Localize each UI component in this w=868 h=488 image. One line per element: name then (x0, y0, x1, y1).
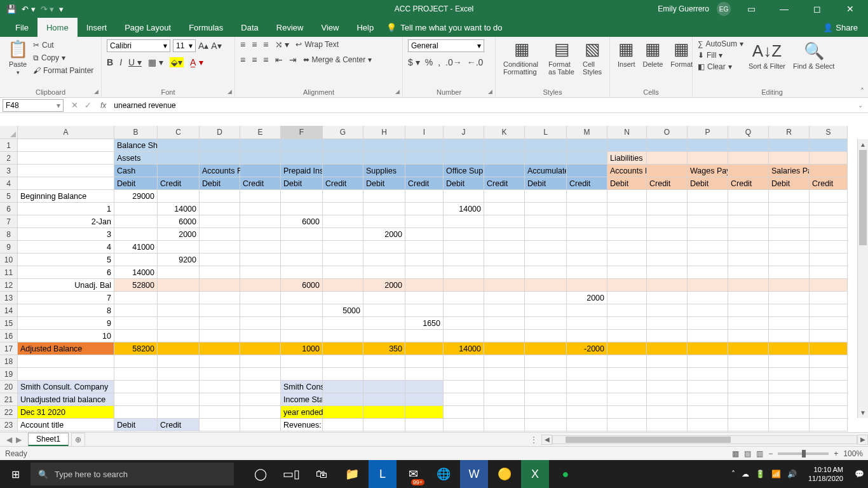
cell-B23[interactable]: Debit (114, 419, 158, 431)
rowhead-22[interactable]: 22 (0, 406, 18, 419)
cell-K1[interactable] (484, 139, 525, 152)
rowhead-15[interactable]: 15 (0, 317, 18, 330)
cell-A15[interactable]: 9 (18, 317, 114, 330)
cell-G18[interactable] (323, 355, 363, 368)
cell-L17[interactable] (525, 342, 567, 355)
tell-me[interactable]: 💡 Tell me what you want to do (386, 23, 502, 32)
cell-O19[interactable] (647, 368, 688, 381)
cell-C21[interactable] (158, 393, 200, 406)
cell-G6[interactable] (323, 203, 363, 215)
cell-F17[interactable]: 1000 (281, 342, 323, 355)
cell-M9[interactable] (567, 241, 607, 254)
sheet-prev-icon[interactable]: ◀ (6, 435, 12, 444)
cell-I22[interactable] (405, 406, 444, 419)
cell-D19[interactable] (200, 368, 240, 381)
decrease-indent-icon[interactable]: ⇤ (275, 55, 283, 65)
cell-E18[interactable] (240, 355, 281, 368)
cell-K11[interactable] (484, 266, 525, 279)
cell-M2[interactable] (567, 152, 607, 165)
cell-F19[interactable] (281, 368, 323, 381)
cell-O16[interactable] (647, 330, 688, 342)
cell-N20[interactable] (607, 381, 647, 393)
cell-M1[interactable] (567, 139, 607, 152)
cell-Q9[interactable] (728, 241, 769, 254)
cell-O18[interactable] (647, 355, 688, 368)
cell-Q1[interactable] (728, 139, 769, 152)
cell-J22[interactable] (444, 406, 484, 419)
cell-E12[interactable] (240, 279, 281, 292)
italic-button[interactable]: I (119, 57, 122, 67)
battery-icon[interactable]: 🔋 (756, 470, 765, 478)
mail-icon[interactable]: ✉99+ (399, 460, 427, 488)
cell-Q19[interactable] (728, 368, 769, 381)
cell-O5[interactable] (647, 190, 688, 203)
cell-Q11[interactable] (728, 266, 769, 279)
rowhead-23[interactable]: 23 (0, 419, 18, 431)
cell-L12[interactable] (525, 279, 567, 292)
cell-D11[interactable] (200, 266, 240, 279)
cell-O22[interactable] (647, 406, 688, 419)
cell-E4[interactable]: Credit (240, 177, 281, 190)
cell-B15[interactable] (114, 317, 158, 330)
cell-styles-button[interactable]: ▧Cell Styles (580, 39, 604, 76)
cell-J1[interactable] (444, 139, 484, 152)
cell-I14[interactable] (405, 304, 444, 317)
cell-I8[interactable] (405, 228, 444, 241)
number-launcher-icon[interactable]: ◢ (488, 88, 492, 95)
cell-E2[interactable] (240, 152, 281, 165)
colhead-D[interactable]: D (200, 126, 240, 139)
cell-O4[interactable]: Credit (647, 177, 688, 190)
volume-icon[interactable]: 🔊 (787, 470, 797, 478)
cell-J13[interactable] (444, 292, 484, 304)
cell-E5[interactable] (240, 190, 281, 203)
cell-H18[interactable] (363, 355, 405, 368)
cell-A20[interactable]: Smith Consult. Company (18, 381, 114, 393)
cell-C2[interactable] (158, 152, 200, 165)
cell-P9[interactable] (688, 241, 728, 254)
cell-B18[interactable] (114, 355, 158, 368)
colhead-K[interactable]: K (484, 126, 525, 139)
cell-N5[interactable] (607, 190, 647, 203)
avatar[interactable]: EG (717, 2, 731, 16)
scroll-down-icon[interactable]: ▼ (858, 407, 868, 418)
cell-N7[interactable] (607, 215, 647, 228)
cell-P22[interactable] (688, 406, 728, 419)
cell-I10[interactable] (405, 254, 444, 266)
comma-icon[interactable]: , (438, 57, 440, 67)
cell-L15[interactable] (525, 317, 567, 330)
sheet-next-icon[interactable]: ▶ (16, 435, 22, 444)
tab-formulas[interactable]: Formulas (180, 18, 232, 37)
merge-center-button[interactable]: ⬌Merge & Center ▾ (303, 55, 372, 64)
cell-B8[interactable] (114, 228, 158, 241)
cell-C19[interactable] (158, 368, 200, 381)
cell-P15[interactable] (688, 317, 728, 330)
cortana-icon[interactable]: ◯ (247, 460, 275, 488)
colhead-J[interactable]: J (444, 126, 484, 139)
cell-J20[interactable] (444, 381, 484, 393)
cell-Q23[interactable] (728, 419, 769, 431)
collapse-ribbon-icon[interactable]: ˄ (860, 87, 864, 96)
cell-N11[interactable] (607, 266, 647, 279)
notifications-icon[interactable]: 💬 (855, 470, 864, 478)
cell-G14[interactable]: 5000 (323, 304, 363, 317)
cell-B5[interactable]: 29000 (114, 190, 158, 203)
cell-M12[interactable] (567, 279, 607, 292)
colhead-P[interactable]: P (688, 126, 728, 139)
cell-N6[interactable] (607, 203, 647, 215)
cell-K12[interactable] (484, 279, 525, 292)
cell-R8[interactable] (769, 228, 810, 241)
align-left-icon[interactable]: ≡ (240, 55, 245, 65)
spreadsheet-grid[interactable]: ABCDEFGHIJKLMNOPQRS 1Balance Sheet2Asset… (0, 126, 868, 432)
cell-L7[interactable] (525, 215, 567, 228)
cell-A17[interactable]: Adjusted Balance (18, 342, 114, 355)
cell-L13[interactable] (525, 292, 567, 304)
rowhead-5[interactable]: 5 (0, 190, 18, 203)
colhead-M[interactable]: M (567, 126, 607, 139)
cell-P10[interactable] (688, 254, 728, 266)
cell-L19[interactable] (525, 368, 567, 381)
tab-help[interactable]: Help (348, 18, 383, 37)
cell-R22[interactable] (769, 406, 810, 419)
rowhead-18[interactable]: 18 (0, 355, 18, 368)
page-break-view-icon[interactable]: ▥ (756, 449, 763, 458)
cell-N23[interactable] (607, 419, 647, 431)
